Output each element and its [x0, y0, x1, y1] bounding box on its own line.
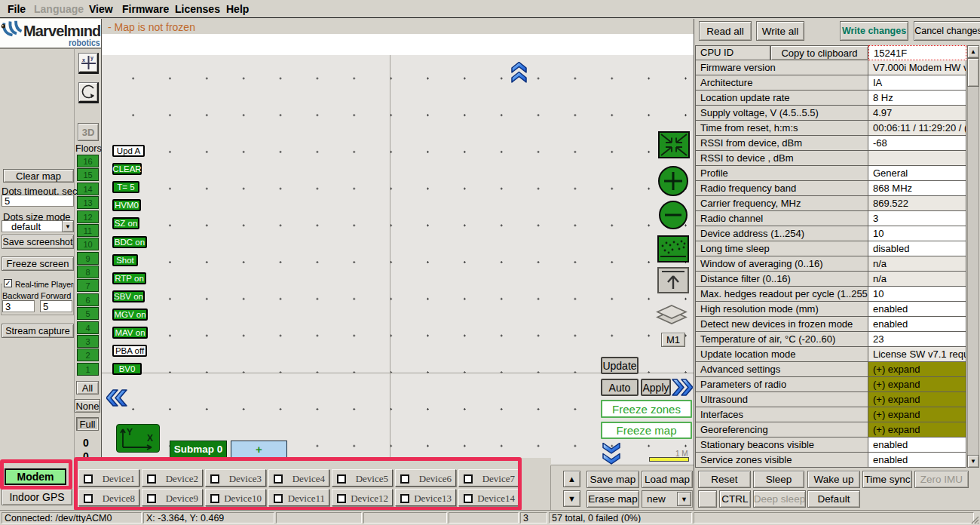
svg-text:y: y: [90, 55, 93, 61]
svg-text:x: x: [82, 57, 85, 63]
svg-text:X: X: [147, 433, 153, 444]
svg-text:Y: Y: [127, 427, 133, 438]
